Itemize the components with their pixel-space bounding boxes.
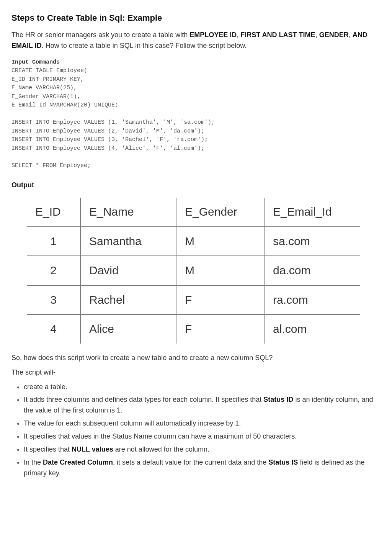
first-last-strong: FIRST AND LAST TIME [240,31,315,39]
status-id-strong: Status ID [263,396,293,403]
cell-email: al.com [264,314,360,344]
output-label: Output [11,180,381,191]
cell-id: 3 [27,285,80,315]
cell-id: 1 [27,227,80,256]
code-body: CREATE TABLE Employee( E_ID INT PRIMARY … [11,67,215,169]
gender-strong: GENDER [319,31,349,39]
after-table-paragraph: So, how does this script work to create … [11,353,381,363]
code-header: Input Commands [11,59,60,65]
list-item: It specifies that values in the Status N… [24,431,381,442]
li-post: are not allowed for the column. [113,445,209,453]
cell-id: 2 [27,256,80,285]
list-item: It adds three columns and defines data t… [24,395,381,416]
emp-id-strong: EMPLOYEE ID [189,31,237,39]
date-created-strong: Date Created Column [43,458,113,466]
list-item: It specifies that NULL values are not al… [24,444,381,455]
col-e-name: E_Name [80,198,176,227]
code-block: Input Commands CREATE TABLE Employee( E_… [11,58,381,170]
cell-name: Rachel [80,285,176,315]
cell-name: Samantha [80,227,176,256]
col-e-gender: E_Gender [176,198,264,227]
li-pre: It specifies that [24,445,72,453]
intro-paragraph: The HR or senior managers ask you to cre… [11,30,381,51]
intro-sep: , [349,31,353,39]
table-row: 3 Rachel F ra.com [27,285,360,315]
cell-gender: F [176,314,264,344]
table-row: 2 David M da.com [27,256,360,285]
cell-email: sa.com [264,227,360,256]
intro-sep: , [315,31,319,39]
intro-sep: , [237,31,240,39]
table-row: 1 Samantha M sa.com [27,227,360,256]
page-title: Steps to Create Table in Sql: Example [11,11,381,25]
cell-name: Alice [80,314,176,344]
li-pre: It adds three columns and defines data t… [24,396,263,403]
cell-email: da.com [264,256,360,285]
table-row: 4 Alice F al.com [27,314,360,344]
list-item: In the Date Created Column, it sets a de… [24,457,381,479]
table-header-row: E_ID E_Name E_Gender E_Email_Id [27,198,360,227]
output-table: E_ID E_Name E_Gender E_Email_Id 1 Samant… [27,198,360,344]
cell-gender: M [176,256,264,285]
li-mid: , it sets a default value for the curren… [113,458,268,466]
cell-gender: M [176,227,264,256]
cell-email: ra.com [264,285,360,315]
list-item: The value for each subsequent column wil… [24,418,381,429]
cell-name: David [80,256,176,285]
intro-post: . How to create a table in SQL in this c… [42,42,247,49]
script-will-paragraph: The script will- [11,367,381,378]
cell-id: 4 [27,314,80,344]
status-is-strong: Status IS [268,458,298,466]
intro-text: The HR or senior managers ask you to cre… [11,31,189,39]
null-values-strong: NULL values [72,445,113,453]
cell-gender: F [176,285,264,315]
col-e-id: E_ID [27,198,80,227]
col-e-email: E_Email_Id [264,198,360,227]
list-item: create a table. [24,382,381,393]
li-pre: In the [24,458,43,466]
bullet-list: create a table. It adds three columns an… [12,382,381,479]
